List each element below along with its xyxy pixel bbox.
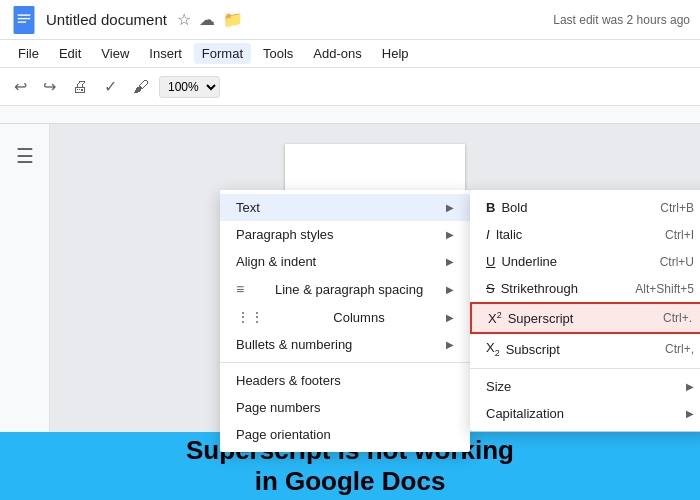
format-menu-page-orientation[interactable]: Page orientation <box>220 421 470 448</box>
banner-text-line2: in Google Docs <box>255 466 446 497</box>
subscript-shortcut: Ctrl+, <box>665 342 694 356</box>
page-orientation-label: Page orientation <box>236 427 331 442</box>
size-arrow-icon: ▶ <box>686 381 694 392</box>
sidebar-doc-icon: ☰ <box>16 144 34 168</box>
star-icon[interactable]: ☆ <box>177 10 191 29</box>
text-arrow-icon: ▶ <box>446 202 454 213</box>
text-menu-italic[interactable]: I Italic Ctrl+I <box>470 221 700 248</box>
menu-tools[interactable]: Tools <box>255 43 301 64</box>
last-edit-label: Last edit was 2 hours ago <box>553 13 690 27</box>
format-menu-page-numbers[interactable]: Page numbers <box>220 394 470 421</box>
underline-label: Underline <box>501 254 557 269</box>
superscript-label: Superscript <box>508 311 574 326</box>
undo-button[interactable]: ↩ <box>8 73 33 100</box>
text-menu-capitalization[interactable]: Capitalization ▶ <box>470 400 700 427</box>
subscript-icon: X2 <box>486 340 500 358</box>
zoom-select[interactable]: 100% <box>159 76 220 98</box>
line-spacing-arrow-icon: ▶ <box>446 284 454 295</box>
line-spacing-label: Line & paragraph spacing <box>275 282 423 297</box>
columns-arrow-icon: ▶ <box>446 312 454 323</box>
capitalization-label: Capitalization <box>486 406 564 421</box>
bullets-arrow-icon: ▶ <box>446 339 454 350</box>
align-arrow-icon: ▶ <box>446 256 454 267</box>
menu-separator-1 <box>220 362 470 363</box>
strikethrough-icon: S <box>486 281 495 296</box>
title-icons: ☆ ☁ 📁 <box>177 10 243 29</box>
svg-rect-3 <box>18 21 26 22</box>
paragraph-arrow-icon: ▶ <box>446 229 454 240</box>
menu-addons[interactable]: Add-ons <box>305 43 369 64</box>
menu-bar: File Edit View Insert Format Tools Add-o… <box>0 40 700 68</box>
format-menu-columns[interactable]: ⋮⋮ Columns ▶ <box>220 303 470 331</box>
underline-icon: U <box>486 254 495 269</box>
format-menu-line-spacing[interactable]: ≡ Line & paragraph spacing ▶ <box>220 275 470 303</box>
paint-format-button[interactable]: 🖌 <box>127 74 155 100</box>
columns-label: Columns <box>333 310 384 325</box>
text-menu-underline[interactable]: U Underline Ctrl+U <box>470 248 700 275</box>
format-menu: Text ▶ Paragraph styles ▶ Align & indent… <box>220 190 470 452</box>
redo-button[interactable]: ↪ <box>37 73 62 100</box>
align-indent-label: Align & indent <box>236 254 316 269</box>
bold-label: Bold <box>501 200 527 215</box>
format-menu-text[interactable]: Text ▶ <box>220 194 470 221</box>
text-menu-superscript[interactable]: X2 Superscript Ctrl+. <box>470 302 700 334</box>
format-menu-bullets[interactable]: Bullets & numbering ▶ <box>220 331 470 358</box>
text-menu-size[interactable]: Size ▶ <box>470 373 700 400</box>
svg-rect-2 <box>18 17 31 18</box>
print-button[interactable]: 🖨 <box>66 74 94 100</box>
format-menu-align-indent[interactable]: Align & indent ▶ <box>220 248 470 275</box>
italic-shortcut: Ctrl+I <box>665 228 694 242</box>
menu-file[interactable]: File <box>10 43 47 64</box>
strikethrough-label: Strikethrough <box>501 281 578 296</box>
cloud-icon[interactable]: ☁ <box>199 10 215 29</box>
svg-rect-0 <box>14 6 35 34</box>
superscript-icon: X2 <box>488 310 502 326</box>
text-menu-subscript[interactable]: X2 Subscript Ctrl+, <box>470 334 700 364</box>
page-numbers-label: Page numbers <box>236 400 321 415</box>
menu-view[interactable]: View <box>93 43 137 64</box>
title-bar: Untitled document ☆ ☁ 📁 Last edit was 2 … <box>0 0 700 40</box>
doc-title: Untitled document <box>46 11 167 28</box>
bold-shortcut: Ctrl+B <box>660 201 694 215</box>
underline-shortcut: Ctrl+U <box>660 255 694 269</box>
line-spacing-icon: ≡ <box>236 281 244 297</box>
text-menu-strikethrough[interactable]: S Strikethrough Alt+Shift+5 <box>470 275 700 302</box>
menu-edit[interactable]: Edit <box>51 43 89 64</box>
spellcheck-button[interactable]: ✓ <box>98 73 123 100</box>
superscript-shortcut: Ctrl+. <box>663 311 692 325</box>
menu-insert[interactable]: Insert <box>141 43 190 64</box>
size-label: Size <box>486 379 511 394</box>
italic-icon: I <box>486 227 490 242</box>
text-menu-bold[interactable]: B Bold Ctrl+B <box>470 194 700 221</box>
text-menu-separator <box>470 368 700 369</box>
bold-icon: B <box>486 200 495 215</box>
sidebar: ☰ <box>0 124 50 450</box>
italic-label: Italic <box>496 227 523 242</box>
format-menu-paragraph-styles[interactable]: Paragraph styles ▶ <box>220 221 470 248</box>
strikethrough-shortcut: Alt+Shift+5 <box>635 282 694 296</box>
text-submenu: B Bold Ctrl+B I Italic Ctrl+I U Underlin… <box>470 190 700 431</box>
ruler <box>0 106 700 124</box>
folder-icon[interactable]: 📁 <box>223 10 243 29</box>
main-area: ☰ Text ▶ Paragraph styles ▶ Align & inde… <box>0 124 700 450</box>
toolbar: ↩ ↪ 🖨 ✓ 🖌 100% <box>0 68 700 106</box>
menu-help[interactable]: Help <box>374 43 417 64</box>
bullets-label: Bullets & numbering <box>236 337 352 352</box>
headers-footers-label: Headers & footers <box>236 373 341 388</box>
paragraph-styles-label: Paragraph styles <box>236 227 334 242</box>
subscript-label: Subscript <box>506 342 560 357</box>
capitalization-arrow-icon: ▶ <box>686 408 694 419</box>
format-menu-text-label: Text <box>236 200 260 215</box>
menu-format[interactable]: Format <box>194 43 251 64</box>
svg-rect-1 <box>18 14 31 15</box>
format-menu-headers-footers[interactable]: Headers & footers <box>220 367 470 394</box>
docs-icon <box>10 6 38 34</box>
columns-icon: ⋮⋮ <box>236 309 264 325</box>
